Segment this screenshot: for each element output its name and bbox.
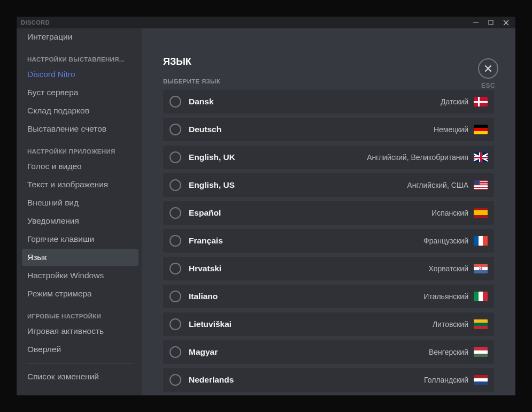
sidebar-header-billing: НАСТРОЙКИ ВЫСТАВЛЕНИЯ... — [22, 47, 138, 66]
language-native-name: Italiano — [189, 292, 218, 301]
sidebar-item-billing[interactable]: Выставление счетов — [22, 120, 138, 138]
language-localized-name: Венгерский — [429, 348, 468, 356]
language-list: DanskДатскийDeutschНемецкийEnglish, UKАн… — [163, 90, 494, 392]
language-native-name: Magyar — [189, 347, 218, 357]
uk-flag-icon — [474, 152, 488, 162]
language-option[interactable]: LietuviškaiЛитовский — [163, 312, 494, 336]
radio-icon — [169, 96, 181, 108]
close-settings-area: ESC — [478, 58, 498, 89]
sidebar-item-streamer[interactable]: Режим стримера — [22, 285, 138, 302]
language-option[interactable]: DanskДатский — [163, 90, 494, 113]
language-localized-name: Датский — [441, 97, 468, 106]
content-area: ЯЗЫК ВЫБЕРИТЕ ЯЗЫК DanskДатскийDeutschНе… — [142, 28, 515, 395]
language-option[interactable]: FrançaisФранцузский — [163, 229, 494, 253]
sidebar-item-activity[interactable]: Игровая активность — [22, 323, 138, 340]
sidebar-item-changelog[interactable]: Список изменений — [22, 368, 138, 385]
page-title: ЯЗЫК — [163, 56, 494, 67]
sidebar-item-hotkeys[interactable]: Горячие клавиши — [22, 231, 138, 248]
language-option[interactable]: NederlandsГолландский — [163, 368, 494, 392]
sidebar-item-language[interactable]: Язык — [22, 249, 138, 266]
lt-flag-icon — [474, 319, 488, 329]
radio-icon — [169, 179, 181, 191]
language-native-name: English, UK — [189, 152, 235, 162]
sidebar-item-overlay[interactable]: Оверлей — [22, 341, 138, 358]
language-option[interactable]: English, USАнглийский, США — [163, 173, 494, 197]
nl-flag-icon — [474, 375, 488, 385]
dk-flag-icon — [474, 97, 488, 106]
radio-icon — [169, 124, 181, 135]
sidebar-header-game: ИГРОВЫЕ НАСТРОЙКИ — [22, 303, 138, 323]
language-native-name: Español — [189, 208, 221, 218]
language-localized-name: Хорватский — [428, 264, 468, 273]
language-native-name: Dansk — [189, 97, 214, 106]
language-localized-name: Литовский — [433, 320, 468, 329]
sidebar-separator — [27, 363, 133, 364]
radio-icon — [169, 151, 181, 163]
radio-icon — [169, 318, 181, 330]
window-maximize-button[interactable] — [483, 17, 498, 28]
sidebar-item-nitro[interactable]: Discord Nitro — [22, 66, 138, 83]
radio-icon — [169, 263, 181, 274]
window-close-button[interactable] — [498, 17, 513, 28]
radio-icon — [169, 291, 181, 302]
de-flag-icon — [474, 125, 488, 134]
sidebar-item-boost[interactable]: Буст сервера — [22, 84, 138, 101]
es-flag-icon — [474, 208, 488, 218]
sidebar-item-windows[interactable]: Настройки Windows — [22, 267, 138, 284]
radio-icon — [169, 374, 181, 386]
language-localized-name: Испанский — [431, 209, 468, 217]
language-native-name: Hrvatski — [189, 264, 221, 273]
language-option[interactable]: MagyarВенгерский — [163, 340, 494, 364]
language-native-name: English, US — [189, 180, 235, 190]
radio-icon — [169, 235, 181, 247]
titlebar-brand: DISCORD — [21, 19, 50, 26]
radio-icon — [169, 346, 181, 358]
language-option[interactable]: HrvatskiХорватский — [163, 257, 494, 280]
hr-flag-icon — [474, 264, 488, 273]
hu-flag-icon — [474, 347, 488, 357]
app-window: DISCORD Интеграции НАСТРОЙКИ ВЫСТАВЛЕНИЯ… — [17, 17, 515, 395]
settings-sidebar: Интеграции НАСТРОЙКИ ВЫСТАВЛЕНИЯ... Disc… — [17, 28, 142, 395]
language-native-name: Deutsch — [189, 125, 221, 134]
language-option[interactable]: EspañolИспанский — [163, 201, 494, 225]
language-native-name: Français — [189, 236, 223, 246]
sidebar-item-integrations[interactable]: Интеграции — [22, 28, 138, 45]
it-flag-icon — [474, 292, 488, 301]
sidebar-item-voice[interactable]: Голос и видео — [22, 158, 138, 175]
sidebar-item-notifications[interactable]: Уведомления — [22, 212, 138, 230]
window-minimize-button[interactable] — [468, 17, 483, 28]
sidebar-item-gifts[interactable]: Склад подарков — [22, 102, 138, 119]
language-localized-name: Английский, Великобритания — [367, 153, 468, 162]
fr-flag-icon — [474, 236, 488, 246]
language-localized-name: Итальянский — [423, 292, 468, 301]
language-option[interactable]: English, UKАнглийский, Великобритания — [163, 146, 494, 169]
language-option[interactable]: DeutschНемецкий — [163, 118, 494, 141]
page-subheader: ВЫБЕРИТЕ ЯЗЫК — [163, 78, 494, 85]
titlebar: DISCORD — [17, 17, 515, 28]
language-native-name: Nederlands — [189, 375, 234, 385]
radio-icon — [169, 207, 181, 219]
sidebar-header-app: НАСТРОЙКИ ПРИЛОЖЕНИЯ — [22, 139, 138, 158]
language-localized-name: Французский — [423, 236, 468, 245]
close-settings-label: ESC — [481, 82, 495, 89]
close-settings-button[interactable] — [478, 58, 498, 79]
sidebar-item-text[interactable]: Текст и изображения — [22, 176, 138, 193]
svg-rect-0 — [489, 20, 493, 25]
language-localized-name: Английский, США — [407, 181, 468, 189]
sidebar-item-appearance[interactable]: Внешний вид — [22, 194, 138, 211]
language-option[interactable]: ItalianoИтальянский — [163, 285, 494, 308]
language-native-name: Lietuviškai — [189, 319, 232, 329]
us-flag-icon — [474, 180, 488, 190]
language-localized-name: Немецкий — [434, 125, 468, 134]
language-localized-name: Голландский — [424, 376, 468, 384]
